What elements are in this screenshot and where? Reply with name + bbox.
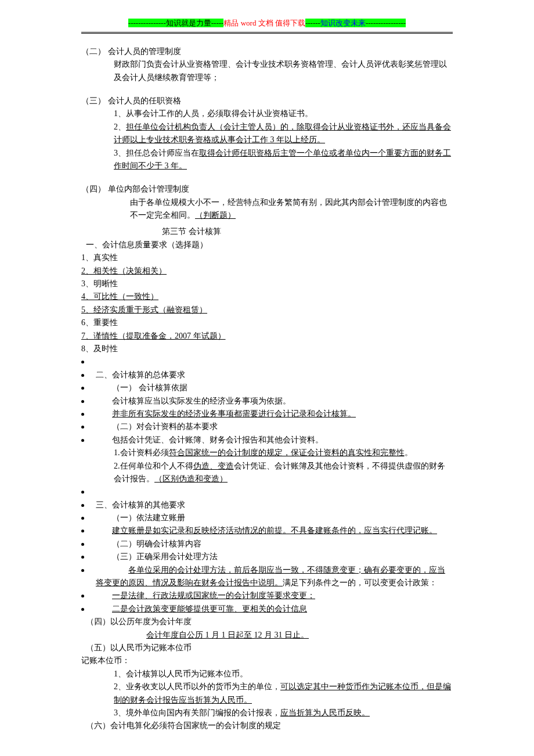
- q2-t2-row: 并非所有实际发生的经济业务事项都需要进行会计记录和会计核算。: [81, 408, 453, 420]
- sec-3-item2: 2、担任单位会计机构负责人（会计主管人员）的，除取得会计从业资格证书外，还应当具…: [81, 121, 453, 147]
- q1-i8: 8、及时性: [81, 343, 453, 355]
- q2-s2-row: （二）对会计资料的基本要求: [81, 420, 453, 433]
- bullet-icon: [81, 374, 84, 377]
- q3-s2: （二）明确会计核算内容: [96, 538, 453, 550]
- q3-s3-row: （三）正确采用会计处理方法: [81, 550, 453, 563]
- q3-s1-row: （一）依法建立账册: [81, 512, 453, 524]
- sec-5-t3b: 应当折算为人民币反映。: [280, 708, 370, 717]
- sec-2-heading: （二） 会计人员的管理制度: [81, 45, 453, 58]
- q2-heading-row: 二、会计核算的总体要求: [81, 369, 453, 381]
- hb-dashes-b: -----: [211, 19, 224, 27]
- bullet-icon: [81, 530, 84, 532]
- sec-3-heading: （三） 会计人员的任职资格: [81, 95, 453, 107]
- sec-5-t3a: 3、境外单位向国内有关部门编报的会计报表，: [114, 708, 280, 717]
- q3-s3: （三）正确采用会计处理方法: [96, 550, 453, 563]
- q3-t2: 各单位采用的会计处理方法，前后各期应当一致，不得随意变更；确有必要变更的，应当将…: [96, 564, 453, 590]
- section3-title: 第三节 会计核算: [81, 225, 453, 238]
- bullet-icon: [81, 608, 84, 611]
- q1-i4: 4、可比性（一致性）: [81, 290, 453, 303]
- q2-t4b: 符合国家统一的会计制度的规定，保证会计资料的真实性和完整性: [169, 448, 405, 457]
- sec-3-item2-text: 担任单位会计机构负责人（会计主管人员）的，除取得会计从业资格证书外，还应当具备会…: [114, 123, 451, 144]
- sec-3-item3: 3、担任总会计师应当在取得会计师任职资格后主管一个单位或者单位内一个重要方面的财…: [81, 147, 453, 173]
- q3-heading-row: 三、会计核算的其他要求: [81, 499, 453, 512]
- sec-4-text: 由于各单位规模大小不一，经营特点和业务繁简有别，因此其内部会计管理制度的内容也不…: [81, 196, 453, 222]
- sec-3-item2-num: 2、: [114, 123, 126, 131]
- q3-t4: 二是会计政策变更能够提供更可靠、更相关的会计信息: [96, 603, 453, 615]
- q2-heading: 二、会计核算的总体要求: [96, 369, 453, 381]
- q3-heading: 三、会计核算的其他要求: [96, 499, 453, 512]
- q2-t1: 会计核算应当以实际发生的经济业务事项为依据。: [96, 395, 453, 408]
- q2-t1-row: 会计核算应当以实际发生的经济业务事项为依据。: [81, 395, 453, 408]
- sec-5-t1: 1、会计核算以人民币为记账本位币。: [81, 668, 453, 681]
- q3-t2b: 满足下列条件之一的，可以变更会计政策：: [283, 578, 437, 587]
- q3-t4-row: 二是会计政策变更能够提供更可靠、更相关的会计信息: [81, 603, 453, 615]
- header-rule: [81, 32, 453, 34]
- q2-t5: 2.任何单位和个人不得伪造、变造会计凭证、会计账簿及其他会计资料，不得提供虚假的…: [81, 460, 453, 486]
- sec-5-heading: （五）以人民币为记账本位币: [81, 642, 453, 654]
- sec-2-text: 财政部门负责会计从业资格管理、会计专业技术职务资格管理、会计人员评优表彰奖惩管理…: [81, 58, 453, 84]
- q1-i6: 6、重要性: [81, 316, 453, 329]
- q2-t2: 并非所有实际发生的经济业务事项都需要进行会计记录和会计核算。: [96, 408, 453, 420]
- q1-i1: 1、真实性: [81, 251, 453, 264]
- q2-t5a: 2.任何单位和个人不得: [114, 462, 193, 470]
- sec-4-text-b: （判断题）: [195, 211, 236, 219]
- bullet-icon: [81, 387, 84, 390]
- bullet-icon: [81, 439, 84, 442]
- sec-6-heading: （六）会计电算化必须符合国家统一的会计制度的规定: [81, 719, 453, 732]
- q3-s1: （一）依法建立账册: [96, 512, 453, 524]
- q1-heading: 一、会计信息质量要求（选择题）: [81, 239, 453, 251]
- q3-t1-row: 建立账册是如实记录和反映经济活动情况的前提。不具备建账条件的，应当实行代理记账。: [81, 524, 453, 537]
- q2-t4: 1.会计资料必须符合国家统一的会计制度的规定，保证会计资料的真实性和完整性。: [81, 447, 453, 459]
- sec-5-t2: 2、业务收支以人民币以外的货币为主的单位，可以选定其中一种货币作为记账本位币，但…: [81, 681, 453, 707]
- sec-5-t2a: 2、业务收支以人民币以外的货币为主的单位，: [114, 682, 280, 691]
- q3-s2-row: （二）明确会计核算内容: [81, 538, 453, 550]
- q3-t2-row: 各单位采用的会计处理方法，前后各期应当一致，不得随意变更；确有必要变更的，应当将…: [81, 564, 453, 590]
- q3-t3-row: 一是法律、行政法规或国家统一的会计制度等要求变更；: [81, 589, 453, 602]
- hb-dashes-a: ---------------: [128, 19, 166, 27]
- sec-4-heading: （四） 单位内部会计管理制度: [81, 183, 453, 196]
- hb-p2: 精品 word 文档 值得下载: [223, 19, 305, 27]
- bullet-icon: [81, 361, 84, 363]
- hb-dashes-d: ----------------: [366, 19, 406, 27]
- hb-dashes-c: ------: [305, 19, 320, 27]
- bullet-icon: [81, 400, 84, 403]
- bullet-icon: [81, 491, 84, 494]
- q2-t4a: 1.会计资料必须: [114, 448, 169, 457]
- bullet-icon: [81, 595, 84, 597]
- bullet-empty-1: [81, 355, 453, 368]
- bullet-icon: [81, 556, 84, 559]
- q1-i7: 7、谨慎性（提取准备金，2007 年试题）: [81, 330, 453, 343]
- hb-p3: 知识改变未来: [320, 19, 366, 27]
- q2-s1: （一） 会计核算依据: [96, 381, 453, 394]
- bullet-icon: [81, 517, 84, 520]
- hb-p1: 知识就是力量: [166, 19, 211, 27]
- q2-t3: 包括会计凭证、会计账簿、财务会计报告和其他会计资料。: [96, 434, 453, 447]
- q2-t4c: 。: [405, 448, 413, 457]
- sec-4b-heading: （四）以公历年度为会计年度: [81, 615, 453, 628]
- bullet-empty-2: [81, 485, 453, 498]
- q2-t3-row: 包括会计凭证、会计账簿、财务会计报告和其他会计资料。: [81, 434, 453, 447]
- q2-s1-row: （一） 会计核算依据: [81, 381, 453, 394]
- q1-i3: 3、明晰性: [81, 278, 453, 290]
- bullet-icon: [81, 543, 84, 546]
- sec-3-item1: 1、从事会计工作的人员，必须取得会计从业资格证书。: [81, 107, 453, 120]
- sec-4-text-a: 由于各单位规模大小不一，经营特点和业务繁简有别，因此其内部会计管理制度的内容也不…: [130, 198, 447, 219]
- header-banner: ---------------知识就是力量-----精品 word 文档 值得下…: [81, 17, 453, 30]
- bullet-icon: [81, 569, 84, 572]
- q3-t1: 建立账册是如实记录和反映经济活动情况的前提。不具备建账条件的，应当实行代理记账。: [96, 524, 453, 537]
- sec-3-item3-a: 3、担任总会计师应当在: [114, 149, 199, 157]
- bullet-icon: [81, 426, 84, 429]
- bullet-icon: [81, 413, 84, 416]
- bullet-icon: [81, 504, 84, 507]
- q3-t3: 一是法律、行政法规或国家统一的会计制度等要求变更；: [96, 589, 453, 602]
- q1-i2: 2、相关性（决策相关）: [81, 265, 453, 278]
- sec-5-t3: 3、境外单位向国内有关部门编报的会计报表，应当折算为人民币反映。: [81, 707, 453, 719]
- q2-t5b: 伪造、变造: [193, 462, 234, 470]
- q2-s2: （二）对会计资料的基本要求: [96, 420, 453, 433]
- sec-4b-text: 会计年度自公历 1 月 1 日起至 12 月 31 日止。: [81, 629, 453, 642]
- sec-5-t0: 记账本位币：: [81, 654, 453, 667]
- q1-i5: 5、经济实质重于形式（融资租赁）: [81, 304, 453, 316]
- q2-t5d: （区别伪造和变造）: [154, 474, 228, 483]
